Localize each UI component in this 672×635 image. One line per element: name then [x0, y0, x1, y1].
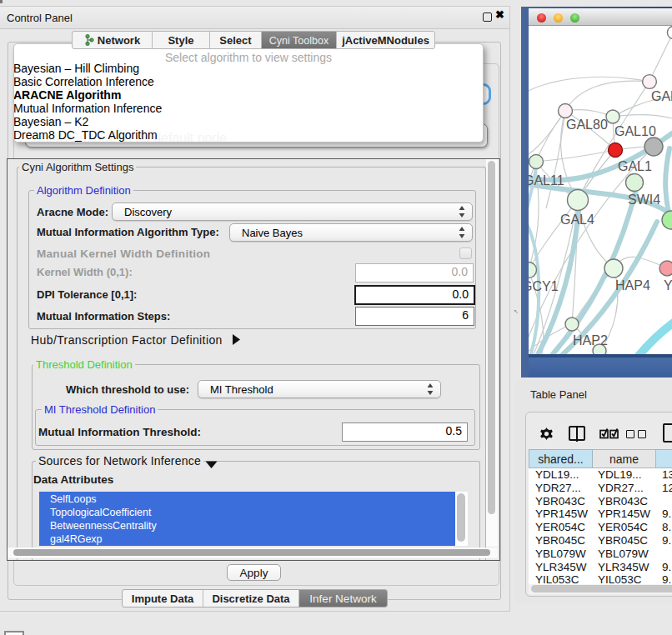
- svg-text:SWI4: SWI4: [628, 192, 660, 207]
- svg-text:GAL4: GAL4: [560, 212, 594, 227]
- svg-text:GCY1: GCY1: [529, 279, 559, 293]
- svg-text:GAL11: GAL11: [529, 173, 564, 188]
- svg-text:GAL1: GAL1: [618, 159, 652, 173]
- svg-text:GAL80: GAL80: [566, 118, 608, 132]
- svg-text:GAL7: GAL7: [651, 89, 672, 103]
- svg-text:HAP4: HAP4: [615, 278, 650, 292]
- svg-text:Y: Y: [664, 278, 672, 292]
- svg-text:GAL10: GAL10: [614, 124, 656, 138]
- svg-text:HAP2: HAP2: [573, 333, 608, 348]
